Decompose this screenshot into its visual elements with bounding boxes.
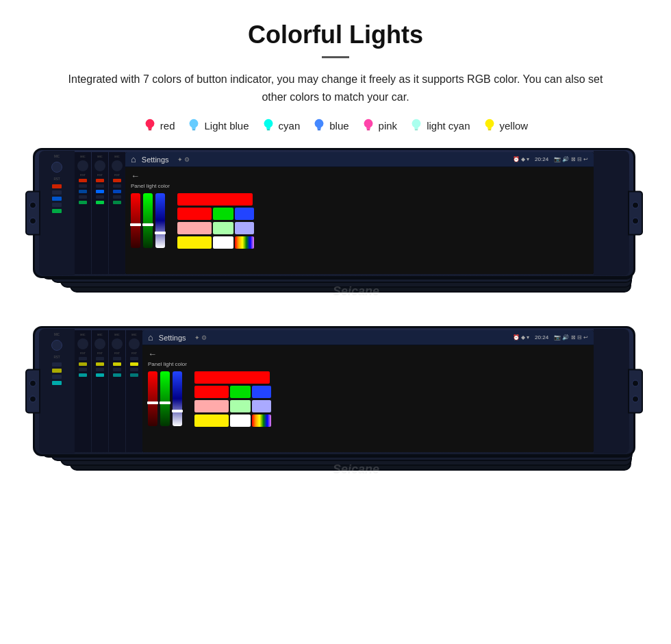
color-item-lightblue: Light blue — [187, 118, 249, 133]
side-strips-2: MIC RST MIC RST — [75, 330, 142, 452]
sw-rainbow — [235, 236, 254, 249]
svg-rect-8 — [266, 129, 270, 131]
settings-label-1: Settings — [142, 156, 169, 164]
svg-rect-14 — [366, 129, 370, 131]
color-labels-row: red Light blue cyan — [27, 118, 644, 133]
ear-hole-bottom — [29, 217, 36, 224]
screen-2: ⌂ Settings ✦ ⚙ ⏰ ◆ ▾ 20:24 📷 🔊 ⊠ ⊟ ↩ ← P… — [142, 330, 594, 452]
color-label-cyan: cyan — [279, 120, 301, 132]
color-label-pink: pink — [379, 120, 398, 132]
red-slider — [131, 193, 140, 248]
rst-label-1: RST — [54, 177, 60, 181]
swatches-1 — [177, 193, 254, 249]
svg-rect-11 — [318, 129, 321, 131]
svg-rect-13 — [366, 127, 370, 129]
device-section-2: MIC RST MIC RST — [27, 326, 671, 484]
rst-strip: RST — [80, 173, 86, 177]
right-bracket-1 — [594, 151, 629, 275]
home-strip — [77, 160, 88, 171]
color-item-yellow: yellow — [483, 118, 529, 133]
svg-rect-17 — [415, 129, 418, 131]
device-section-1: MIC RST MIC RST — [27, 148, 671, 306]
mic-label-1: MIC — [54, 155, 60, 158]
page-description: Integrated with 7 colors of button indic… — [55, 71, 616, 106]
screen-body-1: ← Panel light color — [125, 167, 594, 274]
green-handle — [142, 223, 153, 226]
color-picker-2 — [148, 371, 588, 427]
color-label-blue: blue — [329, 120, 349, 132]
screen-1: ⌂ Settings ✦ ⚙ ⏰ ◆ ▾ 20:24 📷 🔊 ⊠ ⊟ ↩ ← P… — [125, 152, 594, 274]
strip-label-2: MIC — [97, 155, 102, 158]
sw-yellow — [177, 236, 212, 249]
color-label-red: red — [160, 120, 175, 132]
power-btn-1 — [52, 184, 62, 188]
time-display-1: 20:24 — [535, 156, 548, 162]
swatch-row-1 — [177, 208, 254, 220]
sw-lavender — [235, 222, 254, 234]
svg-rect-16 — [414, 127, 418, 129]
func-btn-3 — [52, 203, 62, 207]
page-wrapper: Colorful Lights Integrated with 7 colors… — [0, 0, 671, 518]
color-picker-1 — [131, 193, 588, 249]
yellow-bulb-icon — [483, 118, 496, 133]
panel-title-1: Panel light color — [131, 183, 588, 189]
swatch-full-red — [177, 193, 253, 206]
strip-3: MIC RST — [109, 152, 125, 274]
lightcyan-bulb-icon — [409, 118, 423, 133]
blue-handle — [155, 232, 166, 234]
svg-rect-5 — [192, 129, 196, 131]
sw-green — [213, 208, 233, 220]
blue-slider — [155, 193, 165, 248]
ear-hole-top — [29, 202, 36, 209]
right-bracket-2 — [594, 329, 629, 454]
func-btn-4 — [52, 209, 62, 213]
color-item-blue: blue — [312, 118, 349, 133]
strip-label: MIC — [80, 155, 85, 158]
color-item-lightcyan: light cyan — [409, 118, 470, 133]
svg-point-9 — [315, 119, 324, 128]
panel-title-2: Panel light color — [148, 361, 588, 367]
svg-point-15 — [412, 119, 421, 128]
func-btn-1 — [52, 190, 62, 195]
sw-blue — [235, 208, 254, 220]
svg-point-12 — [364, 119, 372, 128]
svg-point-3 — [190, 119, 199, 128]
screen-body-2: ← Panel light color — [142, 345, 594, 452]
time-display-2: 20:24 — [535, 334, 548, 340]
svg-rect-19 — [488, 127, 492, 129]
side-strips: MIC RST MIC RST — [75, 152, 125, 274]
home-circle-1 — [51, 162, 62, 173]
sw-red — [177, 208, 212, 220]
svg-point-0 — [145, 119, 154, 128]
lightblue-bulb-icon — [187, 118, 201, 133]
left-ear-2 — [25, 369, 40, 414]
svg-rect-10 — [317, 127, 321, 129]
color-label-lightblue: Light blue — [204, 120, 249, 132]
color-label-lightcyan: light cyan — [427, 120, 470, 132]
strip-1: MIC RST — [75, 152, 91, 274]
sw-white — [213, 236, 233, 249]
screen-topbar-2: ⌂ Settings ✦ ⚙ ⏰ ◆ ▾ 20:24 📷 🔊 ⊠ ⊟ ↩ — [142, 330, 594, 345]
cyan-bulb-icon — [262, 118, 275, 133]
settings-label-2: Settings — [159, 334, 186, 342]
color-item-pink: pink — [362, 118, 398, 133]
right-ear-1 — [628, 191, 643, 236]
svg-rect-4 — [192, 127, 197, 129]
screen-topbar-1: ⌂ Settings ✦ ⚙ ⏰ ◆ ▾ 20:24 📷 🔊 ⊠ ⊟ ↩ — [125, 152, 594, 167]
swatch-row-2 — [177, 222, 254, 234]
sw-lightgreen — [213, 222, 233, 234]
left-bracket-1: MIC RST — [39, 151, 75, 275]
red-handle — [130, 223, 141, 226]
page-title: Colorful Lights — [27, 21, 644, 49]
green-slider — [143, 193, 153, 248]
left-bracket-2: MIC RST — [39, 329, 75, 454]
home-icon-1: ⌂ — [131, 154, 136, 164]
red-bulb-icon — [143, 118, 157, 133]
blue-bulb-icon — [312, 118, 326, 133]
color-item-red: red — [143, 118, 175, 133]
color-label-yellow: yellow — [500, 120, 529, 132]
left-ear-1 — [25, 191, 40, 236]
sw-pink — [177, 222, 212, 234]
back-arrow-1: ← — [131, 171, 588, 181]
swatch-row-3 — [177, 236, 254, 249]
